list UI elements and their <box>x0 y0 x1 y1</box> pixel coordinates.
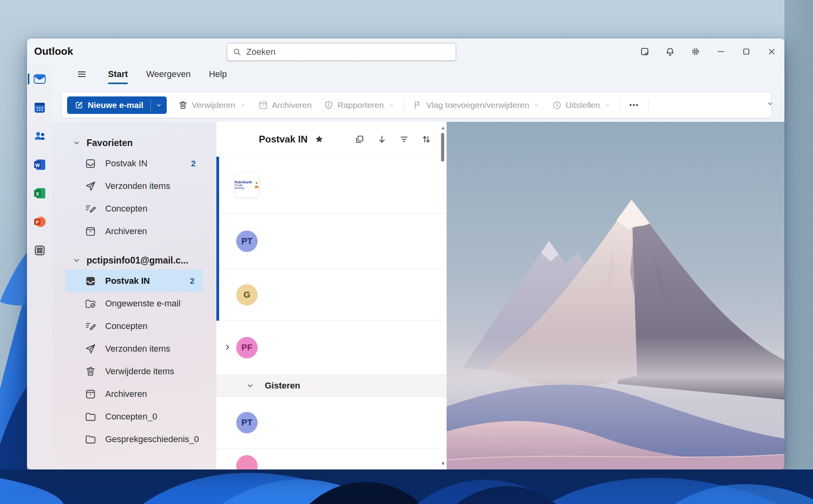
search-input[interactable] <box>246 46 450 58</box>
list-scrollbar[interactable]: ▲ ▼ <box>439 124 446 467</box>
tab-weergeven[interactable]: Weergeven <box>145 67 191 81</box>
toolbar: Nieuwe e-mail Verwijderen Archiveren <box>62 92 771 118</box>
sidebar-item-archiveren[interactable]: Archiveren <box>52 383 216 405</box>
maximize-button[interactable] <box>734 41 759 62</box>
folder-label: Archiveren <box>105 226 147 237</box>
rail-mail-button[interactable] <box>27 65 52 93</box>
scrollbar-thumb[interactable] <box>441 133 444 162</box>
rail-more-apps-button[interactable] <box>27 236 52 265</box>
flag-label: Vlag toevoegen/verwijderen <box>426 100 529 110</box>
minimize-button[interactable] <box>708 41 734 62</box>
unread-count: 2 <box>191 159 196 168</box>
powerpoint-icon: P <box>33 215 47 229</box>
clock-icon <box>552 100 562 110</box>
select-all-button[interactable] <box>353 133 366 146</box>
mark-read-button[interactable] <box>375 133 389 146</box>
junk-icon <box>85 298 96 310</box>
more-options-button[interactable]: ••• <box>624 101 644 109</box>
sidebar-item-gesprekgeschiedenis-0[interactable]: Gesprekgeschiedenis_0 <box>52 428 216 450</box>
message-row[interactable]: PF <box>216 321 447 375</box>
compose-icon <box>74 100 84 110</box>
toolbar-separator <box>403 98 404 112</box>
chevron-down-icon <box>534 102 540 108</box>
sidebar-item-postvak-in[interactable]: Postvak IN 2 <box>66 269 203 292</box>
new-mail-button[interactable]: Nieuwe e-mail <box>67 96 167 114</box>
search-box[interactable] <box>227 43 456 61</box>
rail-calendar-button[interactable] <box>27 93 52 122</box>
account-header-label: pctipsinfo01@gmail.c... <box>87 255 188 266</box>
sidebar-item-concepten-0[interactable]: Concepten_0 <box>52 405 216 428</box>
svg-text:P: P <box>36 220 39 225</box>
snooze-button[interactable]: Uitstellen <box>547 96 615 114</box>
minimize-icon <box>716 47 726 56</box>
date-section-header[interactable]: Gisteren <box>216 375 447 397</box>
new-mail-dropdown[interactable] <box>151 96 167 114</box>
expand-conversation-button[interactable] <box>223 342 232 352</box>
svg-text:X: X <box>36 191 39 197</box>
app-title: Outlook <box>34 45 73 58</box>
filter-icon <box>399 134 409 144</box>
sidebar-item-verzonden[interactable]: Verzonden items <box>52 337 216 360</box>
settings-button[interactable] <box>683 41 708 62</box>
message-row[interactable]: PT <box>216 397 447 449</box>
tab-start[interactable]: Start <box>107 67 129 81</box>
star-icon[interactable] <box>314 134 324 144</box>
unread-count: 2 <box>190 276 195 286</box>
tab-help[interactable]: Help <box>208 67 227 81</box>
message-row[interactable]: Rabobank Private Banking <box>216 157 447 214</box>
sidebar-item-verwijderde[interactable]: Verwijderde items <box>52 360 216 383</box>
desktop: Outlook Start Weergeven Help <box>0 0 813 504</box>
rail-excel-button[interactable]: X <box>27 179 52 208</box>
report-button[interactable]: Rapporteren <box>319 96 399 114</box>
favorites-header[interactable]: Favorieten <box>52 134 216 152</box>
folder-icon <box>85 433 96 445</box>
draft-icon <box>85 320 96 332</box>
avatar: G <box>236 284 258 306</box>
folder-label: Concepten <box>105 204 147 214</box>
message-row[interactable]: PT <box>216 214 447 269</box>
folder-icon <box>85 411 96 423</box>
draft-icon <box>85 203 96 215</box>
sidebar-item-fav-concepten[interactable]: Concepten <box>52 197 216 220</box>
favorites-header-label: Favorieten <box>87 138 133 148</box>
ribbon-tabs: Start Weergeven Help <box>52 65 784 84</box>
sidebar-item-ongewenste[interactable]: Ongewenste e-mail <box>52 292 216 315</box>
archive-button[interactable]: Archiveren <box>253 96 316 114</box>
calendar-icon <box>33 100 47 115</box>
sidebar-item-concepten[interactable]: Concepten <box>52 315 216 337</box>
notifications-button[interactable] <box>657 41 683 62</box>
flag-button[interactable]: Vlag toevoegen/verwijderen <box>408 96 545 114</box>
people-icon <box>33 129 47 143</box>
rail-powerpoint-button[interactable]: P <box>27 208 52 236</box>
close-button[interactable] <box>759 41 784 62</box>
ribbon-collapse-button[interactable] <box>766 100 774 108</box>
brand-line2: Private Banking <box>235 184 252 190</box>
shield-alert-icon <box>324 100 334 110</box>
archive-icon <box>258 100 268 110</box>
inbox-icon <box>85 158 96 169</box>
filter-button[interactable] <box>397 133 411 146</box>
account-header[interactable]: pctipsinfo01@gmail.c... <box>52 251 216 269</box>
rail-word-button[interactable]: W <box>27 150 52 179</box>
snooze-label: Uitstellen <box>566 100 600 110</box>
scroll-down-arrow[interactable]: ▼ <box>441 461 445 466</box>
outlook-window: Outlook Start Weergeven Help <box>27 38 784 469</box>
sidebar-item-fav-verzonden[interactable]: Verzonden items <box>52 175 216 197</box>
folder-label: Postvak IN <box>105 158 147 169</box>
delete-button[interactable]: Verwijderen <box>173 96 251 114</box>
sort-button[interactable] <box>420 133 433 146</box>
sidebar-item-fav-archiveren[interactable]: Archiveren <box>52 220 216 242</box>
message-row[interactable]: G <box>216 269 447 321</box>
toolbar-separator <box>648 98 649 112</box>
date-section-label: Gisteren <box>265 381 300 391</box>
sidebar-item-fav-postvak-in[interactable]: Postvak IN 2 <box>52 152 216 175</box>
scroll-up-arrow[interactable]: ▲ <box>441 125 445 131</box>
message-row[interactable] <box>216 449 447 469</box>
my-day-button[interactable] <box>632 41 657 62</box>
hamburger-button[interactable] <box>73 66 91 82</box>
new-mail-label: Nieuwe e-mail <box>88 100 143 110</box>
chevron-down-icon <box>388 102 395 108</box>
rail-people-button[interactable] <box>27 122 52 150</box>
chevron-down-icon <box>155 102 162 109</box>
archive-icon <box>85 225 96 237</box>
